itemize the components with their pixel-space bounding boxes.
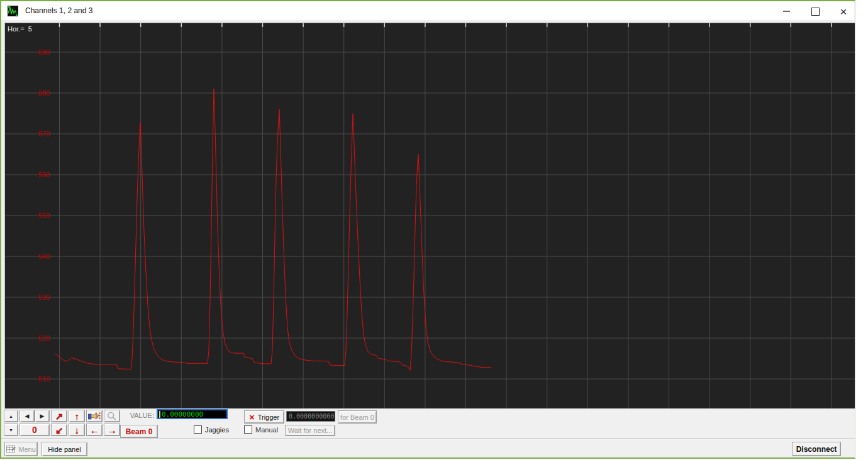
y-axis-tick-label: 550 (38, 212, 50, 219)
trigger-level-text: 0.0000000000 (289, 413, 334, 420)
zero-label: 0 (32, 425, 37, 435)
arrow-up-right-icon: ↗ (55, 412, 64, 421)
y-axis-tick-label: 590 (38, 48, 50, 56)
menu-button[interactable]: Menu (4, 442, 38, 456)
hide-panel-label: Hide panel (48, 446, 81, 453)
move-up-button[interactable]: ↑ (69, 410, 85, 422)
minimize-button[interactable] (776, 3, 797, 20)
wait-for-next-button[interactable]: Wait for next... (285, 425, 335, 436)
title-bar: Channels 1, 2 and 3 × (1, 1, 854, 20)
window-title: Channels 1, 2 and 3 (25, 6, 92, 15)
pan-left-button[interactable]: ◀ (19, 410, 35, 422)
pan-right-button[interactable]: ▶ (35, 410, 50, 422)
close-icon: × (840, 6, 847, 18)
pointer-mode-button[interactable] (86, 410, 103, 422)
value-text: 0.00000000 (162, 410, 203, 419)
pointing-hand-icon (88, 412, 101, 420)
beam-select-button[interactable]: Beam 0 (120, 425, 158, 438)
move-up-right-button[interactable]: ↗ (51, 410, 67, 422)
arrow-up-icon: ↑ (74, 412, 79, 421)
left-triangle-icon: ◀ (25, 413, 30, 419)
manual-trigger-checkbox[interactable] (244, 425, 252, 434)
trigger-for-beam-button[interactable]: for Beam 0 (338, 410, 377, 424)
magnifier-icon (107, 412, 117, 421)
up-triangle-icon: ▲ (9, 414, 13, 419)
down-triangle-icon: ▼ (9, 428, 13, 432)
arrow-down-icon: ↓ (74, 425, 79, 435)
value-label: VALUE: (118, 412, 154, 419)
y-axis-tick-label: 540 (38, 253, 50, 260)
y-axis-tick-label: 510 (38, 375, 50, 383)
menu-label: Menu (18, 446, 36, 453)
waveform-trace (55, 89, 491, 371)
hide-panel-button[interactable]: Hide panel (42, 442, 87, 456)
wait-for-next-label: Wait for next... (288, 427, 333, 434)
text-caret (159, 411, 160, 418)
move-right-button[interactable]: → (104, 424, 120, 436)
arrow-left-icon: ← (90, 425, 99, 435)
screen: Channels 1, 2 and 3 × Hor.= 5 5905805705… (0, 0, 868, 460)
move-down-left-button[interactable]: ↙ (51, 424, 67, 436)
scale-down-button[interactable]: ▼ (4, 424, 18, 436)
disconnect-button[interactable]: Disconnect (792, 442, 841, 456)
trigger-level-field[interactable]: 0.0000000000 (286, 411, 335, 422)
y-axis-tick-label: 560 (38, 171, 50, 178)
scale-up-button[interactable]: ▲ (4, 410, 18, 422)
for-beam-label: for Beam 0 (340, 413, 374, 421)
value-input[interactable]: 0.00000000 (157, 409, 228, 419)
manual-label: Manual (255, 426, 278, 434)
jaggies-checkbox[interactable] (194, 425, 202, 434)
menu-table-icon (6, 445, 16, 453)
right-triangle-icon: ▶ (40, 413, 45, 419)
oscilloscope-plot[interactable]: Hor.= 5 590580570560550540530520510 (4, 23, 855, 408)
maximize-button[interactable] (804, 3, 826, 20)
waveform-canvas: 590580570560550540530520510 (5, 23, 855, 408)
horizontal-scale-label: Hor.= 5 (8, 25, 32, 33)
minimize-icon (783, 11, 790, 12)
move-left-button[interactable]: ← (86, 424, 103, 436)
arrow-right-icon: → (108, 425, 117, 435)
trigger-button-label: Trigger (258, 413, 279, 421)
move-down-button[interactable]: ↓ (69, 424, 85, 436)
trigger-button[interactable]: × Trigger (244, 410, 284, 424)
maximize-icon (811, 8, 820, 16)
arrow-down-left-icon: ↙ (55, 425, 64, 435)
y-axis-tick-label: 580 (38, 89, 50, 97)
y-axis-tick-label: 530 (38, 293, 50, 301)
y-axis-tick-label: 570 (38, 130, 50, 138)
jaggies-label: Jaggies (205, 426, 229, 434)
y-axis-tick-label: 520 (38, 334, 50, 342)
zero-button[interactable]: 0 (19, 424, 50, 436)
panel-divider (1, 439, 855, 440)
beam-label: Beam 0 (126, 427, 153, 436)
app-icon (8, 6, 18, 16)
trigger-x-icon: × (249, 412, 255, 422)
disconnect-label: Disconnect (796, 445, 837, 454)
close-button[interactable]: × (833, 3, 854, 20)
